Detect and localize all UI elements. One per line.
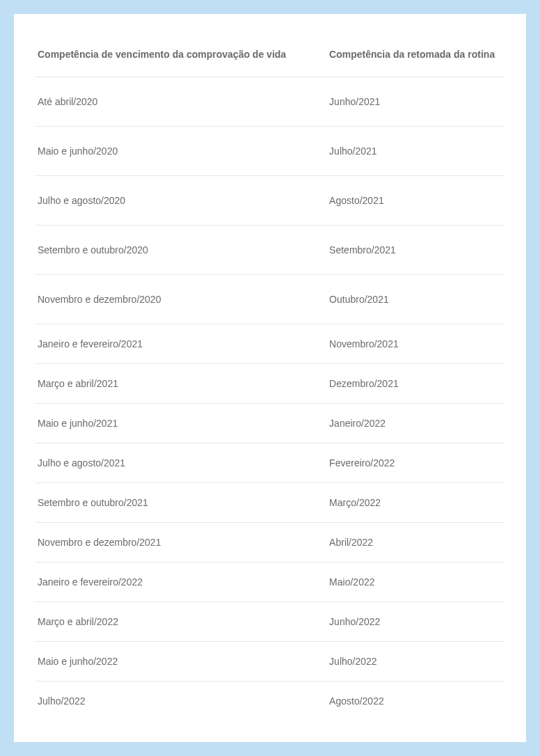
cell-competencia-vencimento: Maio e junho/2022 xyxy=(35,642,326,682)
table-row: Janeiro e fevereiro/2021Novembro/2021 xyxy=(35,324,505,364)
cell-competencia-retomada: Agosto/2021 xyxy=(326,176,505,226)
cell-competencia-vencimento: Setembro e outubro/2021 xyxy=(35,483,326,523)
cell-competencia-vencimento: Setembro e outubro/2020 xyxy=(35,226,326,275)
table-row: Novembro e dezembro/2020Outubro/2021 xyxy=(35,275,505,324)
table-row: Julho e agosto/2020Agosto/2021 xyxy=(35,176,505,226)
table-row: Julho e agosto/2021Fevereiro/2022 xyxy=(35,443,505,483)
table-header-left: Competência de vencimento da comprovação… xyxy=(35,42,326,77)
table-header-right: Competência da retomada da rotina xyxy=(326,42,505,77)
table-row: Setembro e outubro/2020Setembro/2021 xyxy=(35,226,505,275)
cell-competencia-retomada: Maio/2022 xyxy=(326,562,505,602)
cell-competencia-retomada: Fevereiro/2022 xyxy=(326,443,505,483)
cell-competencia-retomada: Setembro/2021 xyxy=(326,226,505,275)
cell-competencia-retomada: Março/2022 xyxy=(326,483,505,523)
cell-competencia-vencimento: Novembro e dezembro/2021 xyxy=(35,523,326,562)
cell-competencia-retomada: Julho/2022 xyxy=(326,642,505,682)
table-row: Julho/2022Agosto/2022 xyxy=(35,682,505,721)
cell-competencia-vencimento: Julho e agosto/2020 xyxy=(35,176,326,226)
cell-competencia-retomada: Novembro/2021 xyxy=(326,324,505,364)
cell-competencia-vencimento: Julho e agosto/2021 xyxy=(35,443,326,483)
cell-competencia-vencimento: Janeiro e fevereiro/2021 xyxy=(35,324,326,364)
cell-competencia-vencimento: Março e abril/2021 xyxy=(35,364,326,404)
schedule-table: Competência de vencimento da comprovação… xyxy=(35,42,505,720)
cell-competencia-retomada: Junho/2022 xyxy=(326,602,505,642)
cell-competencia-vencimento: Novembro e dezembro/2020 xyxy=(35,275,326,324)
table-row: Maio e junho/2022Julho/2022 xyxy=(35,642,505,682)
cell-competencia-vencimento: Maio e junho/2021 xyxy=(35,404,326,443)
cell-competencia-retomada: Abril/2022 xyxy=(326,523,505,562)
cell-competencia-retomada: Agosto/2022 xyxy=(326,682,505,721)
cell-competencia-vencimento: Março e abril/2022 xyxy=(35,602,326,642)
table-row: Até abril/2020Junho/2021 xyxy=(35,77,505,127)
table-row: Novembro e dezembro/2021Abril/2022 xyxy=(35,523,505,562)
cell-competencia-retomada: Junho/2021 xyxy=(326,77,505,127)
cell-competencia-retomada: Dezembro/2021 xyxy=(326,364,505,404)
cell-competencia-vencimento: Até abril/2020 xyxy=(35,77,326,127)
table-row: Setembro e outubro/2021Março/2022 xyxy=(35,483,505,523)
table-row: Março e abril/2022Junho/2022 xyxy=(35,602,505,642)
cell-competencia-retomada: Janeiro/2022 xyxy=(326,404,505,443)
cell-competencia-retomada: Outubro/2021 xyxy=(326,275,505,324)
table-row: Março e abril/2021Dezembro/2021 xyxy=(35,364,505,404)
table-row: Maio e junho/2021Janeiro/2022 xyxy=(35,404,505,443)
cell-competencia-vencimento: Janeiro e fevereiro/2022 xyxy=(35,562,326,602)
cell-competencia-vencimento: Julho/2022 xyxy=(35,682,326,721)
table-body: Até abril/2020Junho/2021Maio e junho/202… xyxy=(35,77,505,721)
table-row: Maio e junho/2020Julho/2021 xyxy=(35,127,505,176)
table-card: Competência de vencimento da comprovação… xyxy=(14,14,526,742)
cell-competencia-retomada: Julho/2021 xyxy=(326,127,505,176)
cell-competencia-vencimento: Maio e junho/2020 xyxy=(35,127,326,176)
table-row: Janeiro e fevereiro/2022Maio/2022 xyxy=(35,562,505,602)
